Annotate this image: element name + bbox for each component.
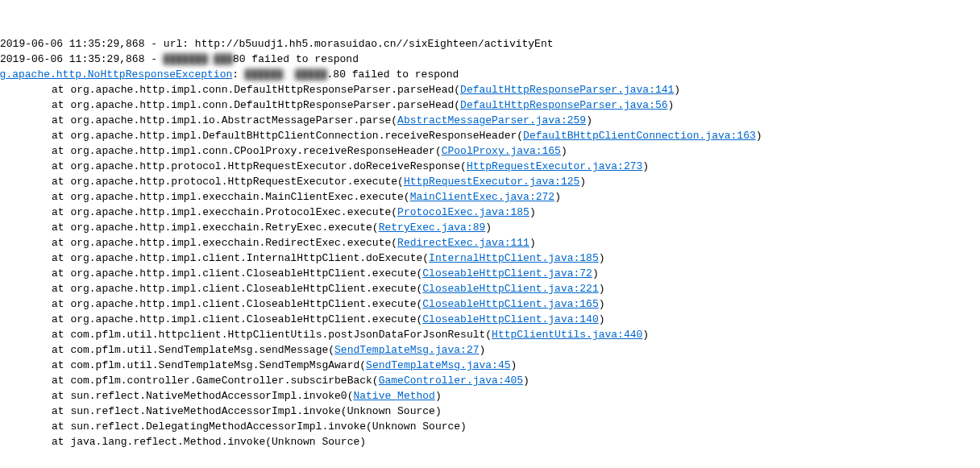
source-link[interactable]: GameController.java:405 bbox=[379, 375, 523, 387]
log-timestamp: 2019-06-06 11:35:29,868 - bbox=[0, 53, 164, 65]
stack-frame: at org.apache.http.impl.DefaultBHttpClie… bbox=[0, 128, 980, 143]
stack-frame: at java.lang.reflect.Method.invoke(Unkno… bbox=[0, 434, 980, 449]
stack-frame-text: at com.pflm.util.httpclient.HttpClientUt… bbox=[52, 329, 492, 341]
stack-frame-text: at sun.reflect.NativeMethodAccessorImpl.… bbox=[52, 405, 442, 417]
source-link[interactable]: RedirectExec.java:111 bbox=[397, 237, 529, 249]
stack-frame: at org.apache.http.impl.io.AbstractMessa… bbox=[0, 113, 980, 128]
stack-frame: at sun.reflect.NativeMethodAccessorImpl.… bbox=[0, 404, 980, 419]
stack-frame: at org.apache.http.impl.conn.CPoolProxy.… bbox=[0, 143, 980, 159]
stack-frame-text: at org.apache.http.protocol.HttpRequestE… bbox=[52, 176, 404, 188]
close-paren: ) bbox=[599, 298, 605, 310]
close-paren: ) bbox=[529, 206, 536, 218]
stack-frame: at org.apache.http.impl.conn.DefaultHttp… bbox=[0, 97, 980, 113]
source-link[interactable]: ProtocolExec.java:185 bbox=[397, 206, 529, 218]
stack-frame-text: at org.apache.http.impl.execchain.Protoc… bbox=[52, 206, 397, 218]
stack-frame-text: at org.apache.http.impl.client.Closeable… bbox=[52, 267, 422, 280]
log-line: 2019-06-06 11:35:29,868 - ▇▇▇▇▇▇▇ ▇▇▇80 … bbox=[0, 52, 980, 67]
stack-frame-text: at org.apache.http.impl.client.Closeable… bbox=[52, 313, 422, 325]
close-paren: ) bbox=[599, 252, 605, 264]
stack-frame-text: at org.apache.http.protocol.HttpRequestE… bbox=[52, 160, 467, 172]
close-paren: ) bbox=[511, 359, 517, 371]
source-link[interactable]: CloseableHttpClient.java:221 bbox=[422, 283, 598, 295]
stack-frame-text: at org.apache.http.impl.execchain.RetryE… bbox=[52, 222, 379, 234]
stack-frame: at org.apache.http.impl.client.Closeable… bbox=[0, 312, 980, 327]
close-paren: ) bbox=[523, 375, 529, 387]
stack-frame-text: at com.pflm.controller.GameController.su… bbox=[52, 375, 379, 387]
close-paren: ) bbox=[599, 283, 605, 295]
stack-frame: at org.apache.http.impl.client.InternalH… bbox=[0, 251, 980, 266]
source-link[interactable]: RetryExec.java:89 bbox=[379, 222, 486, 234]
log-message: .80 failed to respond bbox=[327, 68, 459, 81]
redacted-text: ▇▇▇▇▇▇ ▇▇▇▇▇ bbox=[245, 68, 327, 81]
stack-frame-text: at org.apache.http.impl.conn.CPoolProxy.… bbox=[52, 145, 442, 157]
stack-frame-text: at org.apache.http.impl.conn.DefaultHttp… bbox=[52, 99, 460, 111]
stack-frame: at com.pflm.controller.GameController.su… bbox=[0, 373, 980, 388]
exception-line: org.apache.http.NoHttpResponseException:… bbox=[0, 67, 980, 82]
colon: : bbox=[232, 68, 245, 81]
stack-frame: at org.apache.http.impl.client.Closeable… bbox=[0, 266, 980, 281]
stack-frame-text: at java.lang.reflect.Method.invoke(Unkno… bbox=[52, 436, 366, 448]
source-link[interactable]: MainClientExec.java:272 bbox=[410, 191, 554, 203]
source-link[interactable]: CloseableHttpClient.java:72 bbox=[422, 267, 592, 280]
stack-frame-text: at org.apache.http.impl.execchain.MainCl… bbox=[52, 191, 410, 203]
source-link[interactable]: DefaultHttpResponseParser.java:141 bbox=[460, 84, 674, 96]
close-paren: ) bbox=[435, 390, 442, 402]
stack-frame: at com.pflm.util.SendTemplateMsg.sendMes… bbox=[0, 342, 980, 358]
stack-frame-text: at org.apache.http.impl.DefaultBHttpClie… bbox=[52, 130, 523, 142]
close-paren: ) bbox=[642, 329, 649, 341]
source-link[interactable]: Native Method bbox=[353, 390, 434, 402]
close-paren: ) bbox=[480, 344, 486, 356]
stack-frame-text: at org.apache.http.impl.client.Closeable… bbox=[52, 283, 422, 295]
source-link[interactable]: InternalHttpClient.java:185 bbox=[429, 252, 599, 264]
close-paren: ) bbox=[599, 313, 605, 325]
redacted-text: ▇▇▇▇▇▇▇ ▇▇▇ bbox=[164, 53, 233, 65]
close-paren: ) bbox=[642, 160, 649, 172]
log-message: 80 failed to respond bbox=[233, 53, 359, 65]
log-output: 2019-06-06 11:35:29,868 - url: http://b5… bbox=[0, 36, 980, 449]
source-link[interactable]: HttpRequestExecutor.java:125 bbox=[404, 176, 579, 188]
log-line: 2019-06-06 11:35:29,868 - url: http://b5… bbox=[0, 36, 980, 52]
close-paren: ) bbox=[668, 99, 675, 111]
stack-frame: at com.pflm.util.SendTemplateMsg.SendTem… bbox=[0, 358, 980, 373]
stack-frame: at sun.reflect.DelegatingMethodAccessorI… bbox=[0, 419, 980, 434]
stack-frame: at sun.reflect.NativeMethodAccessorImpl.… bbox=[0, 388, 980, 404]
close-paren: ) bbox=[756, 130, 762, 142]
close-paren: ) bbox=[485, 222, 492, 234]
stack-frame-text: at com.pflm.util.SendTemplateMsg.sendMes… bbox=[52, 344, 334, 356]
stack-frame: at org.apache.http.impl.conn.DefaultHttp… bbox=[0, 82, 980, 97]
stack-frame-text: at sun.reflect.NativeMethodAccessorImpl.… bbox=[52, 390, 353, 402]
close-paren: ) bbox=[554, 191, 561, 203]
stack-frame-text: at org.apache.http.impl.conn.DefaultHttp… bbox=[52, 84, 460, 96]
exception-class-link[interactable]: org.apache.http.NoHttpResponseException bbox=[0, 68, 232, 81]
source-link[interactable]: SendTemplateMsg.java:27 bbox=[334, 344, 479, 356]
stack-frame-text: at org.apache.http.impl.io.AbstractMessa… bbox=[52, 114, 397, 126]
close-paren: ) bbox=[579, 176, 586, 188]
stack-frame: at org.apache.http.impl.execchain.Protoc… bbox=[0, 205, 980, 220]
source-link[interactable]: DefaultHttpResponseParser.java:56 bbox=[460, 99, 667, 111]
close-paren: ) bbox=[561, 145, 567, 157]
close-paren: ) bbox=[586, 114, 592, 126]
close-paren: ) bbox=[529, 237, 536, 249]
stack-frame: at org.apache.http.protocol.HttpRequestE… bbox=[0, 174, 980, 189]
source-link[interactable]: HttpRequestExecutor.java:273 bbox=[467, 160, 642, 172]
stack-frame-text: at org.apache.http.impl.execchain.Redire… bbox=[52, 237, 397, 249]
close-paren: ) bbox=[674, 84, 680, 96]
stack-frame: at com.pflm.util.httpclient.HttpClientUt… bbox=[0, 327, 980, 342]
stack-frame-text: at org.apache.http.impl.client.Closeable… bbox=[52, 298, 422, 310]
source-link[interactable]: CPoolProxy.java:165 bbox=[442, 145, 561, 157]
stack-frame: at org.apache.http.protocol.HttpRequestE… bbox=[0, 159, 980, 174]
stack-frame-text: at sun.reflect.DelegatingMethodAccessorI… bbox=[52, 420, 467, 433]
source-link[interactable]: DefaultBHttpClientConnection.java:163 bbox=[523, 130, 756, 142]
stack-frame-text: at org.apache.http.impl.client.InternalH… bbox=[52, 252, 429, 264]
stack-frame: at org.apache.http.impl.client.Closeable… bbox=[0, 296, 980, 312]
stack-frame: at org.apache.http.impl.execchain.RetryE… bbox=[0, 220, 980, 235]
stack-frame: at org.apache.http.impl.execchain.MainCl… bbox=[0, 189, 980, 205]
close-paren: ) bbox=[592, 267, 599, 280]
source-link[interactable]: SendTemplateMsg.java:45 bbox=[366, 359, 510, 371]
source-link[interactable]: HttpClientUtils.java:440 bbox=[492, 329, 642, 341]
source-link[interactable]: CloseableHttpClient.java:165 bbox=[422, 298, 598, 310]
source-link[interactable]: CloseableHttpClient.java:140 bbox=[422, 313, 598, 325]
stack-frame-text: at com.pflm.util.SendTemplateMsg.SendTem… bbox=[52, 359, 366, 371]
stack-frame: at org.apache.http.impl.execchain.Redire… bbox=[0, 235, 980, 251]
source-link[interactable]: AbstractMessageParser.java:259 bbox=[397, 114, 586, 126]
